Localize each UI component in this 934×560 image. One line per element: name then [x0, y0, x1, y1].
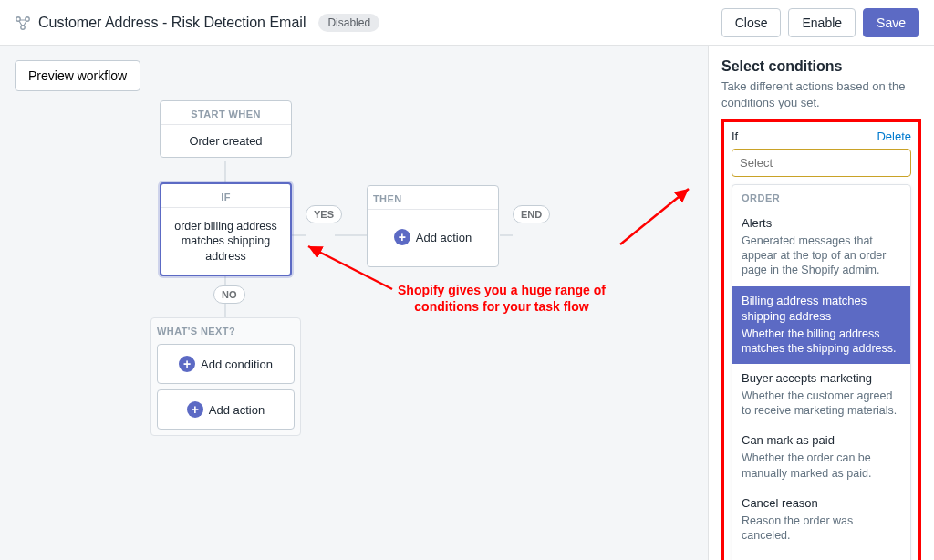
condition-option-desc: Generated messages that appear at the to… — [742, 233, 901, 278]
add-action-button[interactable]: + Add action — [157, 389, 295, 430]
if-node-body: order billing address matches shipping a… — [161, 208, 290, 275]
whats-next-header: WHAT'S NEXT? — [151, 318, 300, 338]
add-condition-label: Add condition — [201, 358, 273, 371]
delete-condition-link[interactable]: Delete — [877, 130, 911, 143]
condition-option-title: Billing address matches shipping address — [742, 294, 901, 325]
header-left: Customer Address - Risk Detection Email … — [15, 14, 379, 32]
condition-search-input[interactable] — [732, 149, 911, 177]
close-button[interactable]: Close — [721, 8, 782, 37]
svg-point-2 — [21, 25, 25, 28]
if-node[interactable]: IF order billing address matches shippin… — [160, 182, 292, 276]
start-node-header: START WHEN — [161, 101, 291, 125]
svg-point-0 — [16, 16, 20, 20]
condition-option-desc: Whether the customer agreed to receive m… — [742, 389, 901, 419]
sidebar-subtitle: Take different actions based on the cond… — [721, 78, 921, 110]
then-node[interactable]: THEN + Add action — [367, 185, 499, 267]
annotation-text: Shopify gives you a huge range of condit… — [383, 283, 620, 315]
condition-option[interactable]: Billing address matches shipping address… — [732, 286, 910, 364]
no-label: NO — [213, 285, 245, 304]
condition-option[interactable]: AlertsGenerated messages that appear at … — [732, 209, 910, 286]
dropdown-group-order: ORDER — [732, 185, 910, 209]
condition-option-desc: Whether the order can be manually marked… — [742, 451, 901, 481]
content: Preview workflow START WHEN Order create… — [0, 46, 934, 560]
sidebar-title: Select conditions — [721, 58, 921, 75]
save-button[interactable]: Save — [863, 8, 919, 37]
start-node[interactable]: START WHEN Order created — [160, 100, 292, 158]
condition-option-desc: Whether the billing address matches the … — [742, 327, 901, 357]
if-label: If — [732, 130, 738, 143]
svg-point-1 — [26, 16, 29, 20]
preview-workflow-button[interactable]: Preview workflow — [15, 60, 140, 91]
condition-option[interactable]: Buyer accepts marketingWhether the custo… — [732, 364, 910, 426]
condition-option-title: Cancel reason — [742, 496, 901, 512]
condition-option-title: Buyer accepts marketing — [742, 371, 901, 387]
condition-option[interactable]: CapturableWhether payment for the order … — [732, 551, 910, 560]
condition-dropdown[interactable]: ORDER AlertsGenerated messages that appe… — [732, 184, 911, 560]
start-node-body: Order created — [161, 125, 291, 157]
condition-option[interactable]: Cancel reasonReason the order was cancel… — [732, 489, 910, 551]
condition-option-desc: Reason the order was canceled. — [742, 513, 901, 544]
app-header: Customer Address - Risk Detection Email … — [0, 0, 934, 46]
conditions-sidebar: Select conditions Take different actions… — [708, 46, 934, 560]
workflow-icon — [15, 15, 31, 31]
then-add-action[interactable]: + Add action — [368, 210, 498, 264]
if-row: If Delete — [732, 130, 911, 143]
condition-option[interactable]: Can mark as paidWhether the order can be… — [732, 426, 910, 488]
add-action-label2: Add action — [209, 403, 265, 417]
condition-option-title: Can mark as paid — [742, 433, 901, 449]
plus-icon: + — [394, 229, 410, 245]
plus-icon: + — [179, 356, 195, 372]
yes-label: YES — [306, 205, 342, 223]
if-node-header: IF — [161, 184, 290, 208]
condition-option-title: Alerts — [742, 216, 901, 232]
end-label: END — [513, 205, 550, 223]
whats-next-node: WHAT'S NEXT? + Add condition + Add actio… — [150, 317, 301, 436]
condition-selector-highlight: If Delete ORDER AlertsGenerated messages… — [721, 119, 921, 560]
workflow-canvas[interactable]: Preview workflow START WHEN Order create… — [0, 46, 708, 560]
status-badge: Disabled — [318, 14, 379, 32]
header-actions: Close Enable Save — [721, 8, 919, 37]
add-condition-button[interactable]: + Add condition — [157, 344, 295, 384]
then-node-header: THEN — [368, 186, 498, 210]
plus-icon: + — [187, 401, 203, 418]
page-title: Customer Address - Risk Detection Email — [38, 15, 306, 31]
enable-button[interactable]: Enable — [788, 8, 856, 37]
svg-line-4 — [620, 189, 689, 244]
add-action-label: Add action — [416, 231, 472, 244]
